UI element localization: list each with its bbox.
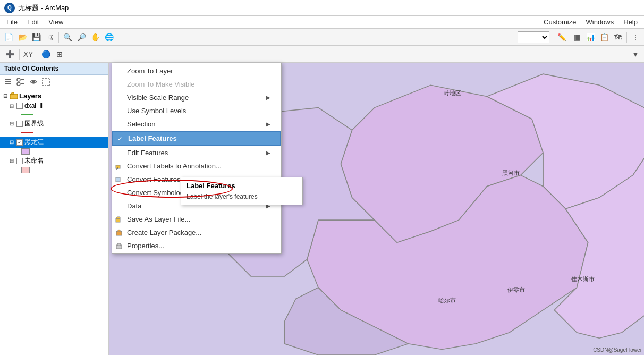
toc-item-heilongjiang[interactable]: ⊟ 黑龙江 <box>0 137 108 148</box>
table-btn[interactable]: ▦ <box>570 31 583 44</box>
pan-button[interactable]: ✋ <box>89 31 101 44</box>
svg-point-3 <box>17 78 20 81</box>
toc-list-by-selection-btn[interactable] <box>40 76 52 88</box>
ctx-label-features[interactable]: ✓ Label Features <box>112 131 281 146</box>
toc-list-by-drawing-btn[interactable] <box>2 76 14 88</box>
sep5 <box>37 49 37 60</box>
globe-button[interactable]: 🌐 <box>103 31 115 44</box>
ctx-zoom-to-layer[interactable]: Zoom To Layer <box>112 64 281 78</box>
tooltip-title: Label Features <box>187 182 297 190</box>
new-button[interactable]: 📄 <box>2 31 15 44</box>
map-label-yiling: 伊零市 <box>507 286 525 294</box>
guojie-symbol-line <box>21 132 33 133</box>
main-area: Table Of Contents ⊟ Layers <box>0 63 644 355</box>
toc-item-guojie[interactable]: ⊟ 国界线 <box>0 118 108 129</box>
svg-rect-2 <box>5 83 11 84</box>
ctx-save-layer[interactable]: Save As Layer File... <box>112 213 281 226</box>
checkbox-unnamed[interactable] <box>16 158 23 164</box>
checkbox-guojie[interactable] <box>16 121 23 127</box>
toc-group-header-layers[interactable]: ⊟ Layers <box>0 90 108 101</box>
xy-btn[interactable]: XY <box>22 48 35 61</box>
separator3 <box>626 32 627 43</box>
toolbar-collapse-btn[interactable]: ▼ <box>629 48 642 61</box>
menu-file[interactable]: File <box>2 17 22 27</box>
ctx-properties-label: Properties... <box>127 242 164 250</box>
toc-list-by-source-btn[interactable] <box>15 76 27 88</box>
open-button[interactable]: 📂 <box>16 31 29 44</box>
save-layer-icon <box>114 215 124 224</box>
ctx-create-package[interactable]: Create Layer Package... <box>112 226 281 239</box>
identify-btn[interactable]: 🔵 <box>39 48 52 61</box>
zoom-out-button[interactable]: 🔎 <box>75 31 88 44</box>
toc-title: Table Of Contents <box>4 65 58 72</box>
separator2 <box>552 32 552 43</box>
ctx-label-features-label: Label Features <box>128 134 177 142</box>
ctx-zoom-visible-label: Zoom To Make Visible <box>127 80 194 88</box>
title-bar: Q 无标题 - ArcMap <box>0 0 644 16</box>
scale-combo[interactable] <box>518 31 549 43</box>
window-title: 无标题 - ArcMap <box>18 3 69 13</box>
ctx-selection[interactable]: Selection ▶ <box>112 117 281 131</box>
svg-rect-9 <box>10 94 18 99</box>
label-features-checkmark: ✓ <box>117 135 123 142</box>
layers-label: Layers <box>19 92 41 100</box>
convert-labels-icon: A <box>114 162 124 171</box>
expand-guojie-btn[interactable]: ⊟ <box>9 121 15 127</box>
ctx-zoom-to-layer-label: Zoom To Layer <box>127 67 173 75</box>
svg-point-7 <box>32 81 35 83</box>
chart-btn[interactable]: 📊 <box>584 31 597 44</box>
zoom-layer-btn[interactable]: ⊞ <box>53 48 66 61</box>
heilong-label: 黑龙江 <box>24 138 44 147</box>
toolbar-tools: ➕ XY 🔵 ⊞ ▼ <box>0 46 644 63</box>
add-data-btn[interactable]: ➕ <box>2 48 17 61</box>
visible-scale-arrow: ▶ <box>266 95 270 100</box>
more-btn[interactable]: ⋮ <box>629 31 642 44</box>
edit-tool-btn[interactable]: ✏️ <box>554 31 569 44</box>
ctx-selection-label: Selection <box>127 120 155 128</box>
ctx-convert-labels[interactable]: A Convert Labels to Annotation... <box>112 159 281 173</box>
ctx-visible-scale[interactable]: Visible Scale Range ▶ <box>112 91 281 104</box>
layout-btn[interactable]: 🗺 <box>612 31 624 44</box>
ctx-create-package-label: Create Layer Package... <box>127 229 201 236</box>
selection-arrow: ▶ <box>266 121 270 127</box>
sep4 <box>19 49 20 60</box>
layers-folder-icon <box>10 91 18 100</box>
context-menu: Zoom To Layer Zoom To Make Visible Visib… <box>112 63 282 254</box>
ctx-properties[interactable]: Properties... <box>112 239 281 252</box>
svg-rect-6 <box>21 83 24 84</box>
checkbox-dxal[interactable] <box>16 103 23 109</box>
map-label-lingdiqu: 岭地区 <box>444 89 461 97</box>
dxal-symbol-row <box>0 111 108 118</box>
expand-dxal-btn[interactable]: ⊟ <box>9 103 15 109</box>
print-button[interactable]: 🖨 <box>44 31 56 44</box>
dxal-symbol-line <box>21 114 33 115</box>
unnamed-symbol-row <box>0 166 108 174</box>
toc-item-unnamed[interactable]: ⊟ 未命名 <box>0 155 108 166</box>
save-button[interactable]: 💾 <box>30 31 43 44</box>
ctx-edit-features[interactable]: Edit Features ▶ <box>112 146 281 159</box>
menu-view[interactable]: View <box>44 17 67 27</box>
menu-edit[interactable]: Edit <box>23 17 43 27</box>
menu-customize[interactable]: Customize <box>539 17 580 27</box>
ctx-symbol-levels[interactable]: Use Symbol Levels <box>112 104 281 117</box>
zoom-in-button[interactable]: 🔍 <box>61 31 74 44</box>
svg-rect-8 <box>43 78 50 86</box>
toc-item-dxal[interactable]: ⊟ dxal_li <box>0 101 108 111</box>
expand-layers-btn[interactable]: ⊟ <box>2 92 9 99</box>
expand-unnamed-btn[interactable]: ⊟ <box>9 158 15 164</box>
expand-heilong-btn[interactable]: ⊟ <box>9 139 15 146</box>
menu-windows[interactable]: Windows <box>582 17 618 27</box>
properties-icon <box>114 241 124 251</box>
create-package-icon <box>114 228 124 238</box>
label-features-tooltip: Label Features Label the layer's feature… <box>181 177 303 205</box>
toc-list-by-visibility-btn[interactable] <box>28 76 39 88</box>
unnamed-symbol-fill <box>21 167 30 173</box>
report-btn[interactable]: 📋 <box>598 31 611 44</box>
app-icon: Q <box>4 3 15 13</box>
svg-text:A: A <box>116 167 118 170</box>
menu-help[interactable]: Help <box>619 17 642 27</box>
toc-layers-group: ⊟ Layers ⊟ dxal_li ⊟ 国界线 <box>0 89 108 175</box>
heilong-symbol-row <box>0 148 108 155</box>
checkbox-heilong[interactable] <box>16 139 23 146</box>
map-label-heihe: 黑河市 <box>502 169 520 177</box>
